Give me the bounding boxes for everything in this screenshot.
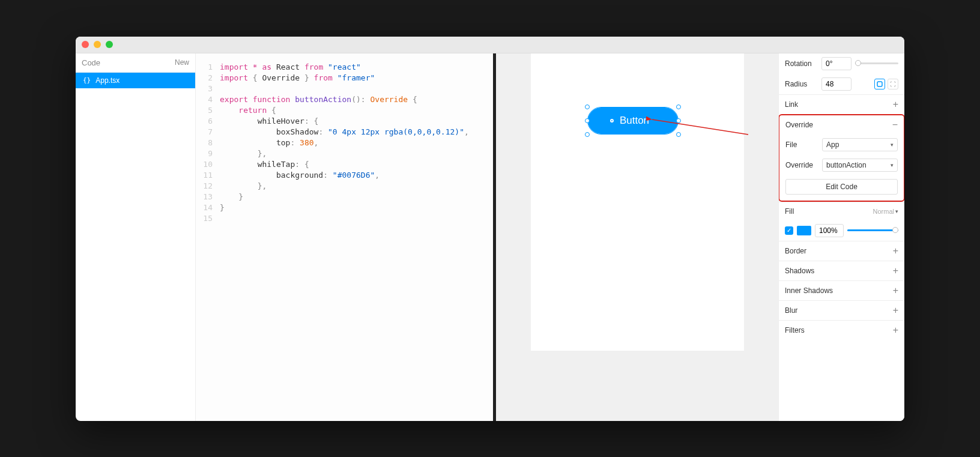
resize-handle-tl[interactable] — [585, 104, 590, 109]
radius-input[interactable] — [821, 77, 851, 91]
edit-code-button[interactable]: Edit Code — [785, 179, 898, 195]
override-select[interactable]: buttonAction ▾ — [822, 159, 898, 172]
add-shadow-icon[interactable]: + — [893, 266, 898, 276]
file-item-app-tsx[interactable]: {} App.tsx — [76, 73, 195, 88]
filters-label: Filters — [785, 326, 805, 334]
rotation-label: Rotation — [785, 59, 818, 68]
code-sidebar: Code New {} App.tsx — [76, 53, 196, 421]
fill-label: Fill — [785, 207, 794, 216]
override-field-label: Override — [785, 161, 818, 169]
maximize-icon[interactable] — [106, 41, 113, 48]
svg-rect-2 — [877, 82, 882, 86]
remove-override-icon[interactable]: − — [892, 120, 898, 130]
new-button[interactable]: New — [175, 58, 189, 67]
blur-label: Blur — [785, 306, 797, 315]
override-section-highlighted: Override − File App ▾ Override buttonAct… — [778, 114, 904, 202]
add-inner-shadow-icon[interactable]: + — [893, 286, 898, 295]
border-label: Border — [785, 247, 806, 255]
titlebar — [76, 37, 904, 53]
file-select[interactable]: App ▾ — [822, 138, 898, 151]
shadows-label: Shadows — [785, 267, 814, 275]
rotation-input[interactable] — [821, 57, 851, 70]
filters-section[interactable]: Filters + — [779, 320, 904, 340]
code-editor[interactable]: 1 2 3 4 5 6 7 8 9 10 11 12 13 14 15 impo… — [196, 53, 496, 421]
fill-mode-select[interactable]: Normal ▾ — [873, 208, 898, 215]
shadows-section[interactable]: Shadows + — [779, 261, 904, 280]
file-icon: {} — [83, 76, 91, 84]
rotation-slider[interactable] — [855, 62, 898, 64]
radius-all-icon[interactable] — [874, 79, 885, 89]
inner-shadows-section[interactable]: Inner Shadows + — [779, 280, 904, 300]
button-indicator-icon — [610, 119, 614, 123]
inspector-panel: Rotation Radius Link — [778, 53, 904, 421]
resize-handle-tr[interactable] — [676, 104, 681, 109]
main-area: Code New {} App.tsx 1 2 3 4 5 6 7 8 9 10… — [76, 53, 904, 421]
override-func-row: Override buttonAction ▾ — [779, 155, 904, 175]
fill-section[interactable]: Fill Normal ▾ — [779, 202, 904, 220]
border-section[interactable]: Border + — [779, 241, 904, 261]
fill-visible-checkbox[interactable]: ✓ — [785, 226, 793, 235]
resize-handle-mr[interactable] — [676, 118, 681, 123]
button-label: Button — [620, 115, 649, 127]
link-label: Link — [785, 100, 798, 109]
blur-section[interactable]: Blur + — [779, 300, 904, 320]
override-label: Override — [785, 121, 813, 129]
override-header[interactable]: Override − — [779, 115, 904, 135]
caret-down-icon: ▾ — [891, 142, 894, 148]
minimize-icon[interactable] — [94, 41, 101, 48]
caret-down-icon: ▾ — [895, 208, 898, 214]
sidebar-title: Code — [82, 58, 100, 67]
radius-row: Radius — [779, 74, 904, 94]
add-blur-icon[interactable]: + — [893, 306, 898, 315]
resize-handle-bl[interactable] — [585, 132, 590, 137]
inner-shadows-label: Inner Shadows — [785, 286, 833, 295]
link-section[interactable]: Link + — [779, 94, 904, 114]
rotation-row: Rotation — [779, 53, 904, 74]
canvas[interactable]: Button — [496, 53, 778, 421]
sidebar-header: Code New — [76, 53, 195, 73]
line-gutter: 1 2 3 4 5 6 7 8 9 10 11 12 13 14 15 — [196, 62, 220, 413]
add-filter-icon[interactable]: + — [893, 325, 898, 335]
app-window: Code New {} App.tsx 1 2 3 4 5 6 7 8 9 10… — [76, 37, 904, 421]
fill-opacity-slider[interactable] — [847, 229, 898, 231]
fill-color-swatch[interactable] — [797, 226, 811, 235]
close-icon[interactable] — [82, 41, 89, 48]
caret-down-icon: ▾ — [891, 162, 894, 168]
resize-handle-br[interactable] — [676, 132, 681, 137]
add-border-icon[interactable]: + — [893, 246, 898, 256]
artboard[interactable]: Button — [531, 53, 744, 351]
radius-individual-icon[interactable] — [888, 79, 898, 89]
fill-opacity-input[interactable] — [815, 224, 844, 237]
radius-label: Radius — [785, 80, 818, 88]
resize-handle-ml[interactable] — [585, 118, 590, 123]
file-label: File — [785, 141, 818, 149]
file-name: App.tsx — [95, 76, 119, 85]
fill-row: ✓ — [779, 220, 904, 241]
override-file-row: File App ▾ — [779, 135, 904, 155]
button-element[interactable]: Button — [588, 107, 678, 134]
add-link-icon[interactable]: + — [893, 100, 898, 109]
code-lines: import * as React from "react" import { … — [220, 62, 493, 413]
